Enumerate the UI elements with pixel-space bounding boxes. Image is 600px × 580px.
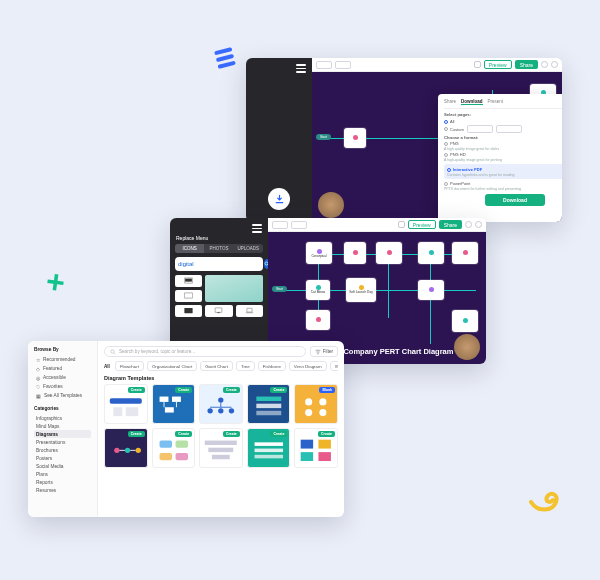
page-from-input[interactable] — [467, 125, 493, 133]
template-card[interactable]: Create — [104, 384, 148, 424]
svg-point-16 — [218, 397, 223, 402]
pdf-sub: Contains hyperlinks and is great for rea… — [447, 173, 562, 177]
tag-chip[interactable]: Fishbone — [258, 361, 286, 371]
bell-icon[interactable] — [465, 221, 472, 228]
radio-png[interactable]: PNG — [444, 141, 562, 146]
flow-node[interactable]: Cat Meow — [306, 280, 330, 300]
tab-photos[interactable]: PHOTOS — [204, 244, 233, 253]
radio-pnghd[interactable]: PNG HD — [444, 152, 562, 157]
svg-rect-35 — [159, 453, 171, 460]
tag-chip[interactable]: Tree — [236, 361, 255, 371]
download-button[interactable]: Download — [485, 194, 545, 206]
radio-pdf[interactable]: Interactive PDF — [447, 167, 562, 172]
avatar[interactable] — [475, 221, 482, 228]
template-card[interactable]: Create — [152, 384, 196, 424]
template-card[interactable]: Create — [294, 428, 338, 468]
template-card[interactable]: Create — [104, 428, 148, 468]
category-item[interactable]: Mind Maps — [34, 422, 91, 430]
svg-rect-14 — [172, 397, 181, 402]
svg-rect-41 — [254, 442, 282, 446]
download-icon[interactable] — [268, 188, 290, 210]
page-to-input[interactable] — [496, 125, 522, 133]
flow-node[interactable] — [344, 128, 366, 148]
tab-icons[interactable]: ICONS — [175, 244, 204, 253]
flow-node[interactable] — [376, 242, 402, 264]
browse-item[interactable]: ▦See All Templates — [34, 391, 91, 400]
svg-rect-37 — [205, 441, 237, 445]
tag-chip[interactable]: Venn Diagram — [289, 361, 327, 371]
category-item[interactable]: Brochures — [34, 446, 91, 454]
template-card[interactable]: Create — [199, 384, 243, 424]
tab-download[interactable]: Download — [461, 99, 483, 105]
filter-button[interactable]: Filter — [310, 346, 338, 357]
upload-icon[interactable] — [474, 61, 481, 68]
svg-rect-5 — [216, 308, 223, 313]
flow-node[interactable] — [452, 242, 478, 264]
browse-item[interactable]: ◇Featured — [34, 364, 91, 373]
search-input[interactable] — [178, 261, 262, 267]
flow-node[interactable] — [306, 310, 330, 330]
hamburger-icon[interactable] — [252, 224, 262, 233]
category-item[interactable]: Diagrams — [34, 430, 91, 438]
panel-title: Replace Menu — [176, 235, 208, 241]
flow-node[interactable] — [418, 242, 444, 264]
browse-item[interactable]: ☆Recommended — [34, 355, 91, 364]
gallery-sidebar: Browse By ☆Recommended◇Featured◎Accessib… — [28, 341, 98, 517]
tab-uploads[interactable]: UPLOADS — [234, 244, 263, 253]
hamburger-icon[interactable] — [296, 64, 306, 73]
ppt-sub: PPTX document for further editing and pr… — [444, 187, 562, 191]
share-button[interactable]: Share — [439, 220, 462, 229]
svg-rect-42 — [254, 449, 282, 453]
category-item[interactable]: Infographics — [34, 414, 91, 422]
share-button[interactable]: Share — [515, 60, 538, 69]
avatar[interactable] — [551, 61, 558, 68]
svg-rect-39 — [212, 455, 230, 459]
template-card[interactable]: Create — [247, 384, 291, 424]
icon-result[interactable] — [175, 290, 202, 302]
tag-chip[interactable]: Flowchart — [115, 361, 144, 371]
radio-ppt[interactable]: PowerPoint — [444, 181, 562, 186]
category-item[interactable]: Resumes — [34, 486, 91, 494]
flow-node[interactable] — [452, 310, 478, 332]
tag-chip[interactable]: Gantt Chart — [200, 361, 233, 371]
category-item[interactable]: Plans — [34, 470, 91, 478]
flow-node[interactable]: Conceptual — [306, 242, 332, 264]
flow-node[interactable] — [344, 242, 366, 264]
template-card[interactable]: Create — [199, 428, 243, 468]
tab-present[interactable]: Present — [488, 99, 504, 105]
flow-node[interactable]: Soft Launch Day — [346, 278, 376, 302]
category-item[interactable]: Presentations — [34, 438, 91, 446]
preview-button[interactable]: Preview — [484, 60, 512, 69]
icon-result-illustration[interactable] — [205, 275, 263, 302]
category-item[interactable]: Social Media — [34, 462, 91, 470]
icon-result[interactable] — [175, 275, 202, 287]
template-card[interactable]: Create — [247, 428, 291, 468]
template-card[interactable]: Create — [152, 428, 196, 468]
start-node[interactable]: Start — [316, 134, 331, 140]
svg-rect-46 — [301, 452, 313, 461]
tag-chip[interactable]: SWOT Analysis — [330, 361, 338, 371]
svg-rect-11 — [126, 407, 138, 416]
format-pdf-row[interactable]: Interactive PDF Contains hyperlinks and … — [444, 164, 562, 179]
category-item[interactable]: Posters — [34, 454, 91, 462]
category-item[interactable]: Reports — [34, 478, 91, 486]
modal-tabs: Share Download Present — [444, 99, 562, 109]
flow-node[interactable] — [418, 280, 444, 300]
radio-all[interactable]: All — [444, 119, 454, 124]
gallery-search[interactable]: Search by keyword, topic or feature... — [104, 346, 306, 357]
tag-chip[interactable]: Organizational Chart — [147, 361, 197, 371]
browse-item[interactable]: ♡Favorites — [34, 382, 91, 391]
icon-result[interactable] — [175, 305, 202, 317]
tab-share[interactable]: Share — [444, 99, 456, 105]
preview-button[interactable]: Preview — [408, 220, 436, 229]
upload-icon[interactable] — [398, 221, 405, 228]
bell-icon[interactable] — [541, 61, 548, 68]
template-gallery-window: Browse By ☆Recommended◇Featured◎Accessib… — [28, 341, 344, 517]
browse-item[interactable]: ◎Accessible — [34, 373, 91, 382]
icon-result[interactable] — [205, 305, 232, 317]
template-card[interactable]: Blank — [294, 384, 338, 424]
svg-rect-10 — [113, 407, 122, 416]
radio-custom[interactable]: Custom — [444, 127, 464, 132]
start-node[interactable]: Start — [272, 286, 287, 292]
icon-result[interactable] — [236, 305, 263, 317]
